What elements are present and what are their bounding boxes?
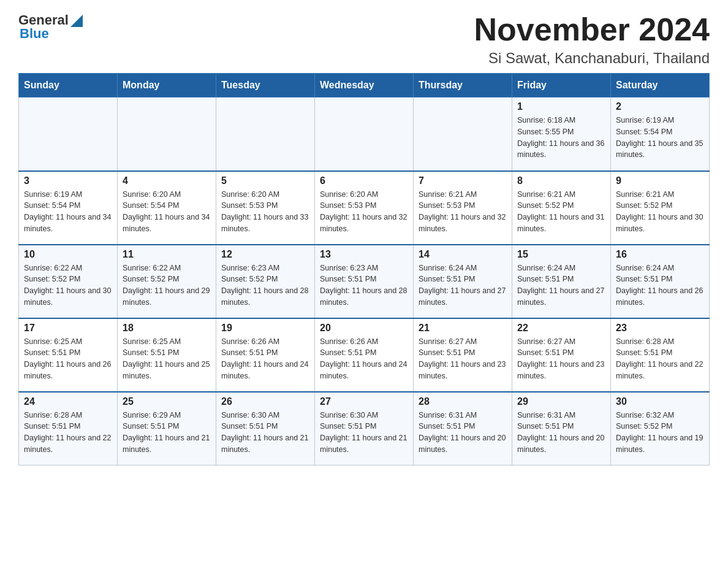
calendar-week-row: 10Sunrise: 6:22 AMSunset: 5:52 PMDayligh…	[19, 245, 710, 318]
day-info: Sunrise: 6:20 AMSunset: 5:53 PMDaylight:…	[320, 189, 408, 235]
calendar-cell: 6Sunrise: 6:20 AMSunset: 5:53 PMDaylight…	[315, 171, 414, 245]
calendar-week-row: 24Sunrise: 6:28 AMSunset: 5:51 PMDayligh…	[19, 392, 710, 465]
calendar-cell: 13Sunrise: 6:23 AMSunset: 5:51 PMDayligh…	[315, 245, 414, 318]
title-area: November 2024 Si Sawat, Kanchanaburi, Th…	[474, 12, 710, 67]
day-number: 3	[24, 175, 112, 186]
day-number: 1	[517, 101, 605, 112]
day-info: Sunrise: 6:20 AMSunset: 5:54 PMDaylight:…	[123, 189, 211, 235]
day-info: Sunrise: 6:27 AMSunset: 5:51 PMDaylight:…	[517, 336, 605, 382]
calendar-cell: 26Sunrise: 6:30 AMSunset: 5:51 PMDayligh…	[216, 392, 315, 465]
day-info: Sunrise: 6:23 AMSunset: 5:51 PMDaylight:…	[320, 262, 408, 308]
day-number: 21	[419, 323, 507, 334]
day-number: 28	[419, 396, 507, 407]
day-info: Sunrise: 6:22 AMSunset: 5:52 PMDaylight:…	[123, 262, 211, 308]
calendar-cell: 23Sunrise: 6:28 AMSunset: 5:51 PMDayligh…	[611, 318, 710, 392]
month-title: November 2024	[474, 12, 710, 47]
calendar-cell	[19, 98, 118, 171]
day-number: 10	[24, 249, 112, 260]
calendar-cell	[118, 98, 216, 171]
day-number: 17	[24, 323, 112, 334]
column-header-tuesday: Tuesday	[216, 74, 315, 98]
day-number: 27	[320, 396, 408, 407]
day-number: 11	[123, 249, 211, 260]
day-number: 29	[517, 396, 605, 407]
calendar-cell: 1Sunrise: 6:18 AMSunset: 5:55 PMDaylight…	[512, 98, 611, 171]
day-number: 2	[616, 101, 704, 112]
calendar-cell: 19Sunrise: 6:26 AMSunset: 5:51 PMDayligh…	[216, 318, 315, 392]
calendar-cell: 22Sunrise: 6:27 AMSunset: 5:51 PMDayligh…	[512, 318, 611, 392]
calendar-week-row: 3Sunrise: 6:19 AMSunset: 5:54 PMDaylight…	[19, 171, 710, 245]
day-number: 5	[221, 175, 309, 186]
day-number: 16	[616, 249, 704, 260]
location-title: Si Sawat, Kanchanaburi, Thailand	[474, 50, 710, 67]
logo: General Blue	[18, 12, 83, 42]
calendar-cell: 28Sunrise: 6:31 AMSunset: 5:51 PMDayligh…	[414, 392, 512, 465]
calendar-cell: 12Sunrise: 6:23 AMSunset: 5:52 PMDayligh…	[216, 245, 315, 318]
day-number: 23	[616, 323, 704, 334]
calendar-cell: 18Sunrise: 6:25 AMSunset: 5:51 PMDayligh…	[118, 318, 216, 392]
calendar-header-row: SundayMondayTuesdayWednesdayThursdayFrid…	[19, 74, 710, 98]
day-info: Sunrise: 6:31 AMSunset: 5:51 PMDaylight:…	[419, 410, 507, 456]
calendar-cell: 3Sunrise: 6:19 AMSunset: 5:54 PMDaylight…	[19, 171, 118, 245]
day-info: Sunrise: 6:24 AMSunset: 5:51 PMDaylight:…	[616, 262, 704, 308]
calendar-cell: 8Sunrise: 6:21 AMSunset: 5:52 PMDaylight…	[512, 171, 611, 245]
calendar-cell: 29Sunrise: 6:31 AMSunset: 5:51 PMDayligh…	[512, 392, 611, 465]
day-info: Sunrise: 6:32 AMSunset: 5:52 PMDaylight:…	[616, 410, 704, 456]
day-info: Sunrise: 6:21 AMSunset: 5:53 PMDaylight:…	[419, 189, 507, 235]
calendar-cell: 20Sunrise: 6:26 AMSunset: 5:51 PMDayligh…	[315, 318, 414, 392]
calendar-cell: 21Sunrise: 6:27 AMSunset: 5:51 PMDayligh…	[414, 318, 512, 392]
day-info: Sunrise: 6:25 AMSunset: 5:51 PMDaylight:…	[24, 336, 112, 382]
calendar-cell: 5Sunrise: 6:20 AMSunset: 5:53 PMDaylight…	[216, 171, 315, 245]
day-number: 9	[616, 175, 704, 186]
logo-triangle-icon	[70, 15, 83, 27]
day-info: Sunrise: 6:29 AMSunset: 5:51 PMDaylight:…	[123, 410, 211, 456]
day-number: 15	[517, 249, 605, 260]
day-info: Sunrise: 6:28 AMSunset: 5:51 PMDaylight:…	[616, 336, 704, 382]
calendar-cell	[414, 98, 512, 171]
column-header-monday: Monday	[118, 74, 216, 98]
calendar-cell	[315, 98, 414, 171]
calendar-cell: 16Sunrise: 6:24 AMSunset: 5:51 PMDayligh…	[611, 245, 710, 318]
day-info: Sunrise: 6:26 AMSunset: 5:51 PMDaylight:…	[221, 336, 309, 382]
calendar-table: SundayMondayTuesdayWednesdayThursdayFrid…	[18, 73, 710, 465]
day-number: 8	[517, 175, 605, 186]
column-header-thursday: Thursday	[414, 74, 512, 98]
day-number: 24	[24, 396, 112, 407]
calendar-cell: 24Sunrise: 6:28 AMSunset: 5:51 PMDayligh…	[19, 392, 118, 465]
day-info: Sunrise: 6:23 AMSunset: 5:52 PMDaylight:…	[221, 262, 309, 308]
day-info: Sunrise: 6:28 AMSunset: 5:51 PMDaylight:…	[24, 410, 112, 456]
day-info: Sunrise: 6:21 AMSunset: 5:52 PMDaylight:…	[517, 189, 605, 235]
calendar-cell	[216, 98, 315, 171]
day-number: 6	[320, 175, 408, 186]
calendar-cell: 4Sunrise: 6:20 AMSunset: 5:54 PMDaylight…	[118, 171, 216, 245]
day-info: Sunrise: 6:19 AMSunset: 5:54 PMDaylight:…	[616, 115, 704, 161]
calendar-cell: 10Sunrise: 6:22 AMSunset: 5:52 PMDayligh…	[19, 245, 118, 318]
column-header-saturday: Saturday	[611, 74, 710, 98]
day-number: 25	[123, 396, 211, 407]
calendar-cell: 7Sunrise: 6:21 AMSunset: 5:53 PMDaylight…	[414, 171, 512, 245]
calendar-cell: 15Sunrise: 6:24 AMSunset: 5:51 PMDayligh…	[512, 245, 611, 318]
day-info: Sunrise: 6:26 AMSunset: 5:51 PMDaylight:…	[320, 336, 408, 382]
day-info: Sunrise: 6:27 AMSunset: 5:51 PMDaylight:…	[419, 336, 507, 382]
logo-blue-text: Blue	[20, 26, 49, 42]
day-info: Sunrise: 6:31 AMSunset: 5:51 PMDaylight:…	[517, 410, 605, 456]
day-info: Sunrise: 6:24 AMSunset: 5:51 PMDaylight:…	[419, 262, 507, 308]
day-number: 12	[221, 249, 309, 260]
calendar-cell: 9Sunrise: 6:21 AMSunset: 5:52 PMDaylight…	[611, 171, 710, 245]
day-info: Sunrise: 6:30 AMSunset: 5:51 PMDaylight:…	[221, 410, 309, 456]
day-info: Sunrise: 6:25 AMSunset: 5:51 PMDaylight:…	[123, 336, 211, 382]
day-number: 22	[517, 323, 605, 334]
calendar-cell: 17Sunrise: 6:25 AMSunset: 5:51 PMDayligh…	[19, 318, 118, 392]
day-info: Sunrise: 6:22 AMSunset: 5:52 PMDaylight:…	[24, 262, 112, 308]
day-info: Sunrise: 6:20 AMSunset: 5:53 PMDaylight:…	[221, 189, 309, 235]
day-number: 14	[419, 249, 507, 260]
day-info: Sunrise: 6:24 AMSunset: 5:51 PMDaylight:…	[517, 262, 605, 308]
calendar-cell: 2Sunrise: 6:19 AMSunset: 5:54 PMDaylight…	[611, 98, 710, 171]
day-info: Sunrise: 6:18 AMSunset: 5:55 PMDaylight:…	[517, 115, 605, 161]
column-header-wednesday: Wednesday	[315, 74, 414, 98]
calendar-cell: 11Sunrise: 6:22 AMSunset: 5:52 PMDayligh…	[118, 245, 216, 318]
day-info: Sunrise: 6:21 AMSunset: 5:52 PMDaylight:…	[616, 189, 704, 235]
column-header-friday: Friday	[512, 74, 611, 98]
calendar-cell: 14Sunrise: 6:24 AMSunset: 5:51 PMDayligh…	[414, 245, 512, 318]
calendar-cell: 27Sunrise: 6:30 AMSunset: 5:51 PMDayligh…	[315, 392, 414, 465]
